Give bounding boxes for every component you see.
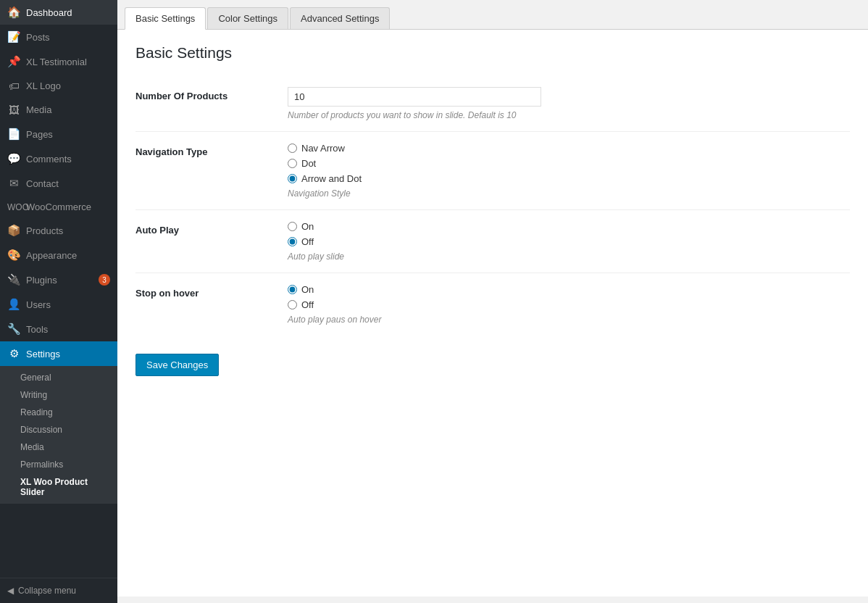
- content-area: Basic Settings Number Of Products Number…: [117, 30, 868, 596]
- sidebar-item-xl-testimonial[interactable]: 📌 XL Testimonial: [0, 49, 117, 74]
- main-content: Basic Settings Color Settings Advanced S…: [117, 0, 868, 603]
- comments-icon: 💬: [7, 152, 20, 165]
- collapse-menu-button[interactable]: ◀ Collapse menu: [0, 578, 117, 603]
- pages-icon: 📄: [7, 128, 20, 141]
- sidebar-item-dashboard[interactable]: 🏠 Dashboard: [0, 0, 117, 25]
- number-of-products-field: Number of products you want to show in s…: [280, 76, 850, 132]
- stop-on-hover-hint: Auto play paus on hover: [288, 315, 843, 325]
- woo-icon: WOO: [7, 202, 20, 212]
- sidebar-item-pages[interactable]: 📄 Pages: [0, 122, 117, 146]
- dot-radio[interactable]: [288, 159, 297, 168]
- stop-on-hover-label: Stop on hover: [135, 273, 280, 336]
- sidebar-item-label: Users: [26, 299, 51, 310]
- tab-color-settings[interactable]: Color Settings: [207, 7, 288, 29]
- auto-play-hint: Auto play slide: [288, 251, 843, 262]
- sidebar-item-settings[interactable]: ⚙ Settings: [0, 341, 117, 366]
- navigation-type-hint: Navigation Style: [288, 188, 843, 199]
- collapse-label: Collapse menu: [18, 586, 76, 596]
- sidebar-item-label: Products: [26, 225, 63, 236]
- plugins-icon: 🔌: [7, 273, 20, 286]
- media-icon: 🖼: [7, 104, 20, 116]
- sidebar-item-label: Comments: [26, 154, 72, 165]
- stop-on-hover-off-radio[interactable]: [288, 300, 297, 309]
- number-of-products-label: Number Of Products: [135, 76, 280, 132]
- contact-icon: ✉: [7, 177, 20, 190]
- plugins-badge: 3: [99, 274, 110, 286]
- arrow-and-dot-radio[interactable]: [288, 174, 297, 183]
- table-row: Stop on hover On Off Auto play paus on h…: [135, 273, 850, 336]
- sidebar-item-contact[interactable]: ✉ Contact: [0, 171, 117, 196]
- sidebar-item-woocommerce[interactable]: WOO WooCommerce: [0, 196, 117, 218]
- dashboard-icon: 🏠: [7, 6, 20, 19]
- page-title: Basic Settings: [135, 44, 850, 62]
- sidebar-item-tools[interactable]: 🔧 Tools: [0, 317, 117, 341]
- tab-basic-settings[interactable]: Basic Settings: [125, 7, 206, 30]
- save-changes-button[interactable]: Save Changes: [135, 354, 219, 376]
- navigation-type-label: Navigation Type: [135, 132, 280, 210]
- settings-arrow-indicator: [113, 349, 117, 358]
- sidebar: 🏠 Dashboard 📝 Posts 📌 XL Testimonial 🏷 X…: [0, 0, 117, 603]
- table-row: Navigation Type Nav Arrow Dot Arrow and …: [135, 132, 850, 210]
- sidebar-item-appearance[interactable]: 🎨 Appearance: [0, 243, 117, 267]
- stop-on-hover-off-option[interactable]: Off: [288, 299, 843, 310]
- auto-play-on-radio[interactable]: [288, 222, 297, 231]
- stop-on-hover-on-radio[interactable]: [288, 285, 297, 294]
- sidebar-item-label: Posts: [26, 32, 50, 43]
- number-of-products-input[interactable]: [288, 87, 541, 107]
- sidebar-item-label: WooCommerce: [26, 201, 91, 212]
- sidebar-item-xl-logo[interactable]: 🏷 XL Logo: [0, 74, 117, 98]
- appearance-icon: 🎨: [7, 249, 20, 262]
- tab-advanced-settings[interactable]: Advanced Settings: [290, 7, 390, 29]
- arrow-and-dot-option[interactable]: Arrow and Dot: [288, 173, 843, 184]
- xl-testimonial-icon: 📌: [7, 55, 20, 68]
- stop-on-hover-on-option[interactable]: On: [288, 284, 843, 295]
- users-icon: 👤: [7, 298, 20, 311]
- auto-play-off-radio[interactable]: [288, 237, 297, 246]
- submenu-reading[interactable]: Reading: [0, 404, 117, 421]
- sidebar-item-label: Appearance: [26, 250, 77, 261]
- sidebar-item-label: Pages: [26, 129, 53, 140]
- submenu-discussion[interactable]: Discussion: [0, 421, 117, 438]
- sidebar-item-media[interactable]: 🖼 Media: [0, 98, 117, 122]
- submenu-permalinks[interactable]: Permalinks: [0, 456, 117, 473]
- sidebar-item-label: XL Logo: [26, 80, 61, 91]
- number-of-products-hint: Number of products you want to show in s…: [288, 110, 843, 120]
- sidebar-item-plugins[interactable]: 🔌 Plugins 3: [0, 267, 117, 292]
- posts-icon: 📝: [7, 30, 20, 43]
- settings-icon: ⚙: [7, 347, 20, 360]
- auto-play-field: On Off Auto play slide: [280, 210, 850, 273]
- tabs-bar: Basic Settings Color Settings Advanced S…: [117, 0, 868, 30]
- sidebar-item-label: Tools: [26, 324, 48, 335]
- settings-table: Number Of Products Number of products yo…: [135, 76, 850, 336]
- sidebar-item-label: Contact: [26, 178, 59, 189]
- stop-on-hover-field: On Off Auto play paus on hover: [280, 273, 850, 336]
- nav-arrow-option[interactable]: Nav Arrow: [288, 143, 843, 154]
- submenu-media[interactable]: Media: [0, 438, 117, 456]
- submenu-writing[interactable]: Writing: [0, 386, 117, 404]
- table-row: Auto Play On Off Auto play slide: [135, 210, 850, 273]
- tools-icon: 🔧: [7, 323, 20, 336]
- submenu-general[interactable]: General: [0, 369, 117, 386]
- sidebar-item-users[interactable]: 👤 Users: [0, 292, 117, 317]
- auto-play-on-option[interactable]: On: [288, 221, 843, 232]
- sidebar-item-label: Media: [26, 104, 51, 115]
- sidebar-item-label: Dashboard: [26, 7, 72, 18]
- sidebar-item-posts[interactable]: 📝 Posts: [0, 25, 117, 49]
- collapse-icon: ◀: [7, 586, 14, 596]
- products-icon: 📦: [7, 224, 20, 237]
- auto-play-label: Auto Play: [135, 210, 280, 273]
- sidebar-item-products[interactable]: 📦 Products: [0, 218, 117, 243]
- settings-submenu: General Writing Reading Discussion Media…: [0, 366, 117, 504]
- navigation-type-field: Nav Arrow Dot Arrow and Dot Navigation S…: [280, 132, 850, 210]
- sidebar-item-label: Plugins: [26, 275, 57, 286]
- sidebar-item-label: Settings: [26, 349, 60, 359]
- xl-logo-icon: 🏷: [7, 80, 20, 92]
- submenu-xl-woo[interactable]: XL Woo Product Slider: [0, 473, 117, 501]
- sidebar-item-comments[interactable]: 💬 Comments: [0, 146, 117, 171]
- sidebar-item-label: XL Testimonial: [26, 57, 87, 67]
- nav-arrow-radio[interactable]: [288, 144, 297, 153]
- table-row: Number Of Products Number of products yo…: [135, 76, 850, 132]
- dot-option[interactable]: Dot: [288, 158, 843, 169]
- auto-play-off-option[interactable]: Off: [288, 236, 843, 247]
